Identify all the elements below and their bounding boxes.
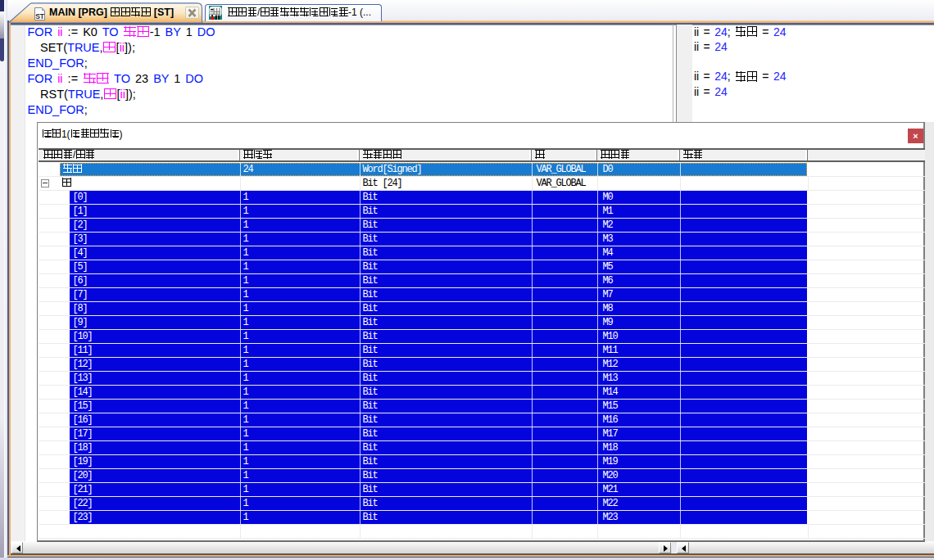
svg-text:ST: ST xyxy=(35,11,45,20)
